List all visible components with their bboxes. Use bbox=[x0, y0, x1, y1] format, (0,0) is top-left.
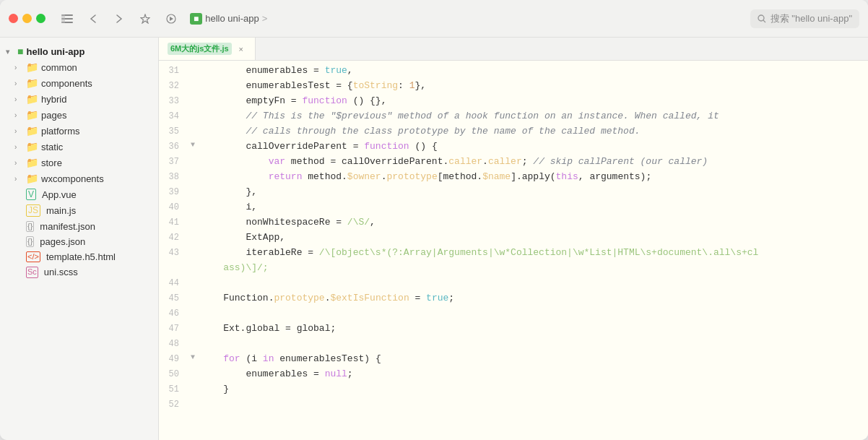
line-number: 51 bbox=[159, 382, 188, 397]
code-content: return method.$owner.prototype[method.$n… bbox=[198, 170, 868, 185]
sidebar-item-template-html[interactable]: </> template.h5.html bbox=[0, 249, 158, 264]
sidebar-item-platforms[interactable]: › 📁 platforms bbox=[0, 123, 158, 139]
code-line: 49 ▼ for (i in enumerablesTest) { bbox=[159, 352, 868, 367]
chevron-right-icon: › bbox=[14, 143, 23, 151]
code-line: 34 // This is the "$previous" method of … bbox=[159, 109, 868, 124]
html-file-icon: </> bbox=[26, 251, 40, 262]
sidebar-item-static[interactable]: › 📁 static bbox=[0, 139, 158, 155]
sidebar-item-hybrid[interactable]: › 📁 hybrid bbox=[0, 91, 158, 107]
sidebar-item-main-js[interactable]: JS main.js bbox=[0, 202, 158, 218]
search-icon bbox=[758, 14, 766, 23]
code-content: emptyFn = function () {}, bbox=[198, 94, 868, 109]
code-line: 32 enumerablesTest = {toString: 1}, bbox=[159, 79, 868, 94]
code-content: ExtApp, bbox=[198, 230, 868, 246]
forward-button[interactable] bbox=[109, 9, 129, 29]
chevron-right-icon: › bbox=[14, 64, 23, 72]
tab-js-file[interactable]: 6M大的js文件.js × bbox=[159, 38, 256, 60]
fold-gutter[interactable]: ▼ bbox=[188, 139, 198, 151]
line-number: 38 bbox=[159, 170, 188, 184]
sidebar-item-label: static bbox=[41, 142, 63, 152]
line-number: 42 bbox=[159, 230, 188, 245]
code-content: enumerablesTest = {toString: 1}, bbox=[198, 79, 868, 94]
chevron-right-icon: › bbox=[14, 127, 23, 135]
code-line: 35 // calls through the class prototype … bbox=[159, 124, 868, 139]
json-file-icon: {} bbox=[26, 221, 34, 232]
run-button[interactable] bbox=[161, 9, 181, 29]
code-line: 45 Function.prototype.$extIsFunction = t… bbox=[159, 291, 868, 306]
bookmark-button[interactable] bbox=[135, 9, 155, 29]
sidebar-root[interactable]: ▾ ■ hello uni-app bbox=[0, 43, 158, 59]
svg-line-6 bbox=[763, 20, 765, 22]
code-content: nonWhitespaceRe = /\S/, bbox=[198, 215, 868, 230]
scss-file-icon: Sc bbox=[26, 267, 38, 277]
chevron-right-icon: › bbox=[14, 95, 23, 103]
search-box[interactable]: 搜索 "hello uni-app" bbox=[750, 9, 859, 28]
line-number: 31 bbox=[159, 64, 188, 78]
code-line: 31 enumerables = true, bbox=[159, 64, 868, 79]
sidebar-root-label: hello uni-app bbox=[26, 46, 84, 57]
folder-icon: 📁 bbox=[26, 93, 38, 105]
code-content: ass)\]/; bbox=[198, 261, 868, 276]
code-line: 36 ▼ callOverrideParent = function () { bbox=[159, 139, 868, 155]
code-line: 39 }, bbox=[159, 185, 868, 200]
line-number: 47 bbox=[159, 322, 188, 336]
sidebar-item-label: common bbox=[41, 62, 77, 73]
sidebar-item-common[interactable]: › 📁 common bbox=[0, 59, 158, 75]
code-line: 37 var method = callOverrideParent.calle… bbox=[159, 155, 868, 170]
code-content: i, bbox=[198, 200, 868, 215]
tab-size-badge: 6M大的js文件.js bbox=[168, 43, 232, 55]
code-line: 52 bbox=[159, 397, 868, 413]
window: ■ hello uni-app > 搜索 "hello uni-app" ▾ ■… bbox=[0, 0, 868, 440]
sidebar-item-manifest-json[interactable]: {} manifest.json bbox=[0, 219, 158, 234]
close-button[interactable] bbox=[9, 14, 18, 23]
line-number: 50 bbox=[159, 367, 188, 381]
line-number: 32 bbox=[159, 79, 188, 93]
vue-file-icon: V bbox=[26, 189, 36, 200]
sidebar-item-label: wxcomponents bbox=[41, 173, 104, 184]
sidebar-item-pages-json[interactable]: {} pages.json bbox=[0, 234, 158, 249]
fold-gutter[interactable]: ▼ bbox=[188, 352, 198, 363]
code-line: 46 bbox=[159, 306, 868, 322]
code-content: Ext.global = global; bbox=[198, 322, 868, 337]
sidebar-item-components[interactable]: › 📁 components bbox=[0, 75, 158, 91]
code-line: 50 enumerables = null; bbox=[159, 367, 868, 382]
minimize-button[interactable] bbox=[22, 14, 32, 23]
sidebar-item-app-vue[interactable]: V App.vue bbox=[0, 186, 158, 202]
code-editor[interactable]: 31 enumerables = true, 32 enumerablesTes… bbox=[159, 61, 868, 440]
sidebar-item-wxcomponents[interactable]: › 📁 wxcomponents bbox=[0, 171, 158, 186]
folder-icon: 📁 bbox=[26, 61, 38, 73]
sidebar-item-label: uni.scss bbox=[44, 267, 78, 277]
line-number: 40 bbox=[159, 200, 188, 215]
line-number bbox=[159, 261, 188, 262]
breadcrumb-project[interactable]: hello uni-app bbox=[205, 13, 259, 24]
code-content: callOverrideParent = function () { bbox=[198, 139, 868, 155]
line-number: 39 bbox=[159, 185, 188, 199]
line-number: 48 bbox=[159, 337, 188, 351]
code-content: var method = callOverrideParent.caller.c… bbox=[198, 155, 868, 170]
sidebar-item-store[interactable]: › 📁 store bbox=[0, 155, 158, 171]
svg-point-5 bbox=[758, 15, 764, 21]
project-icon: ■ bbox=[17, 46, 23, 57]
folder-icon: 📁 bbox=[26, 157, 38, 168]
line-number: 43 bbox=[159, 246, 188, 260]
sidebar-item-label: hybrid bbox=[41, 94, 66, 105]
folder-icon: 📁 bbox=[26, 109, 38, 121]
code-content: }, bbox=[198, 185, 868, 200]
code-line: 41 nonWhitespaceRe = /\S/, bbox=[159, 215, 868, 230]
code-line: 51 } bbox=[159, 382, 868, 397]
sidebar-item-pages[interactable]: › 📁 pages bbox=[0, 107, 158, 123]
tab-close-button[interactable]: × bbox=[236, 44, 246, 54]
sidebar-item-uni-scss[interactable]: Sc uni.scss bbox=[0, 264, 158, 280]
code-line: 33 emptyFn = function () {}, bbox=[159, 94, 868, 109]
sidebar-toggle-button[interactable] bbox=[57, 9, 77, 29]
sidebar-item-label: template.h5.html bbox=[46, 251, 116, 262]
tab-bar: 6M大的js文件.js × bbox=[159, 38, 868, 61]
sidebar-item-label: pages bbox=[41, 110, 66, 121]
code-content: for (i in enumerablesTest) { bbox=[198, 352, 868, 367]
chevron-right-icon: › bbox=[14, 159, 23, 167]
back-button[interactable] bbox=[83, 9, 103, 29]
code-line: 43 iterableRe = /\[object\s*(?:Array|Arg… bbox=[159, 246, 868, 261]
maximize-button[interactable] bbox=[36, 14, 45, 23]
search-text: 搜索 "hello uni-app" bbox=[771, 12, 852, 25]
sidebar-item-label: main.js bbox=[46, 205, 76, 216]
